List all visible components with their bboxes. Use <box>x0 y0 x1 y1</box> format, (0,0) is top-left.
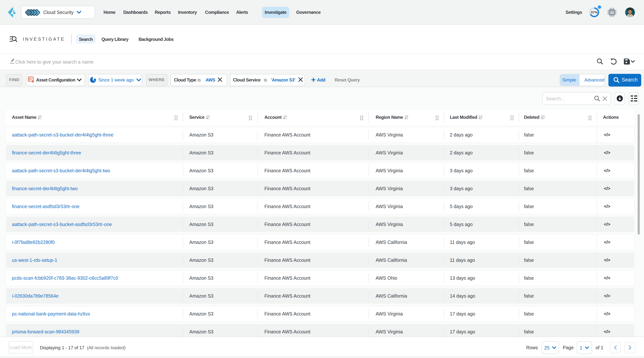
svg-text:AI: AI <box>610 11 614 15</box>
